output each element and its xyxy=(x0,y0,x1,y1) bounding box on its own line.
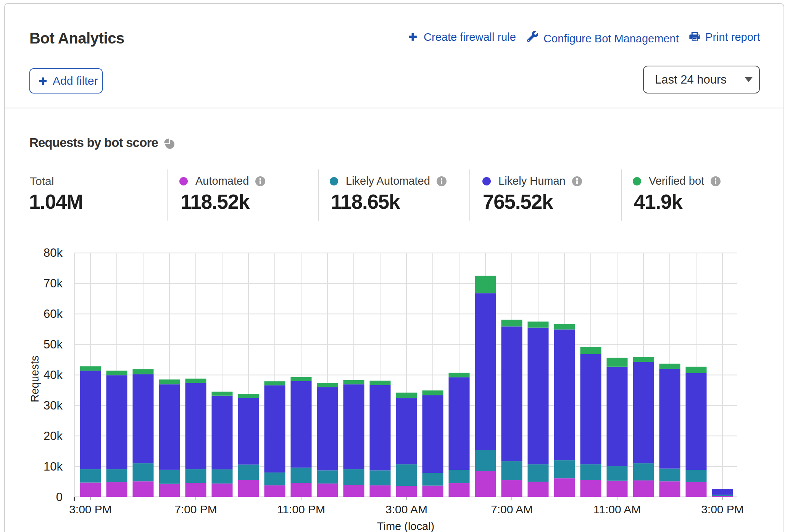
svg-text:7:00 AM: 7:00 AM xyxy=(491,503,533,516)
svg-text:50k: 50k xyxy=(44,338,63,351)
svg-text:11:00 AM: 11:00 AM xyxy=(593,503,641,516)
svg-text:20k: 20k xyxy=(44,429,63,443)
svg-text:3:00 PM: 3:00 PM xyxy=(701,503,744,516)
svg-text:60k: 60k xyxy=(44,307,63,321)
svg-text:Requests: Requests xyxy=(29,356,41,403)
svg-text:7:00 PM: 7:00 PM xyxy=(174,503,217,516)
svg-text:0: 0 xyxy=(56,490,63,504)
svg-text:3:00 PM: 3:00 PM xyxy=(69,503,112,516)
svg-text:11:00 PM: 11:00 PM xyxy=(277,503,325,516)
svg-text:30k: 30k xyxy=(44,399,63,412)
svg-text:10k: 10k xyxy=(44,460,63,473)
svg-text:70k: 70k xyxy=(44,277,63,290)
svg-text:3:00 AM: 3:00 AM xyxy=(385,503,427,516)
svg-text:Time (local): Time (local) xyxy=(377,520,434,532)
svg-text:80k: 80k xyxy=(44,246,63,260)
svg-text:40k: 40k xyxy=(44,368,63,382)
